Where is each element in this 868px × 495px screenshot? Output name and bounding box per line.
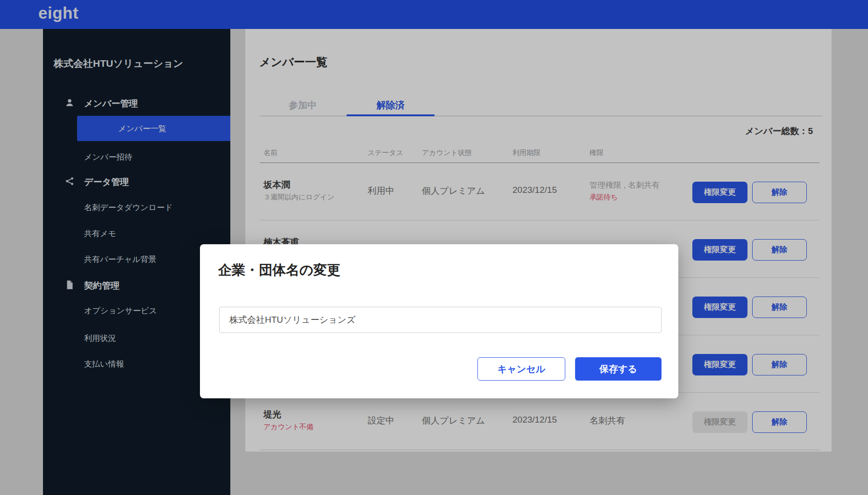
rename-company-dialog: 企業・団体名の変更 キャンセル 保存する xyxy=(200,244,678,398)
save-button[interactable]: 保存する xyxy=(575,357,662,381)
app-window: eight xyxy=(0,0,868,495)
cancel-button[interactable]: キャンセル xyxy=(477,357,565,381)
dialog-title: 企業・団体名の変更 xyxy=(218,261,341,280)
company-name-input[interactable] xyxy=(219,307,662,333)
